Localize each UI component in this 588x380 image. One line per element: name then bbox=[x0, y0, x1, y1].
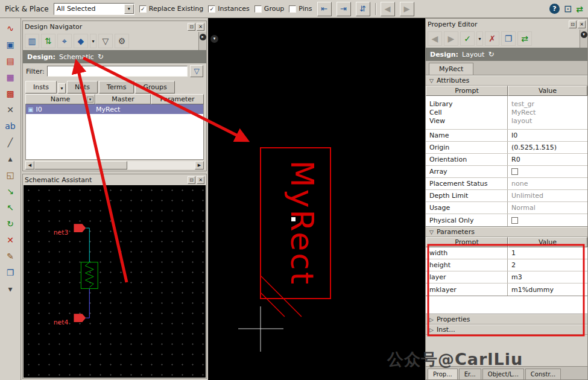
checkbox-box[interactable] bbox=[289, 5, 296, 13]
inst-section-header[interactable]: ▷ Inst... bbox=[426, 325, 587, 335]
delete-icon[interactable]: ✕ bbox=[2, 233, 18, 247]
net4-label[interactable]: net4 bbox=[54, 318, 69, 326]
help-icon[interactable]: ? bbox=[549, 4, 560, 14]
net3-pin-icon[interactable] bbox=[74, 224, 86, 232]
sort-button[interactable]: ⇅ bbox=[41, 34, 55, 48]
scrollbar-thumb[interactable] bbox=[34, 161, 127, 169]
array-checkbox[interactable] bbox=[511, 168, 518, 175]
selection-mode-select[interactable]: All Selected ▾ bbox=[54, 3, 134, 15]
via-icon[interactable]: ▩ bbox=[2, 86, 18, 100]
chevron-down-icon[interactable]: ▾ bbox=[90, 34, 96, 48]
copy-icon[interactable]: ❐ bbox=[2, 265, 18, 279]
mklayer-value[interactable]: m1%dummy bbox=[508, 283, 587, 296]
back-button[interactable]: ◀ bbox=[381, 2, 395, 16]
tab-errors[interactable]: Er... bbox=[459, 369, 481, 379]
scroll-down-icon[interactable]: ▾ bbox=[2, 282, 18, 296]
design-navigator-titlebar[interactable]: Design Navigator ⊡ ✕ bbox=[23, 21, 206, 32]
refresh-icon[interactable]: ↻ bbox=[488, 50, 494, 59]
resistor-symbol[interactable] bbox=[81, 262, 98, 289]
apply-button[interactable]: ✓ bbox=[460, 31, 475, 46]
tab-insts[interactable]: Insts bbox=[25, 81, 57, 93]
text-icon[interactable]: ab bbox=[2, 119, 18, 133]
checkbox-box[interactable]: ✓ bbox=[139, 5, 147, 13]
column-parameter[interactable]: Parameter bbox=[151, 94, 204, 104]
attributes-section-header[interactable]: ▽ Attributes bbox=[426, 75, 587, 86]
probe-button[interactable]: ⌖ bbox=[57, 34, 72, 48]
parameters-section-header[interactable]: ▽ Parameters bbox=[426, 227, 587, 237]
tab-nets[interactable]: Nets bbox=[67, 81, 98, 93]
filter-options-button[interactable]: ▽ bbox=[190, 65, 203, 77]
back-button[interactable]: ◀ bbox=[428, 31, 442, 46]
schematic-assistant-titlebar[interactable]: Schematic Assistant ⊡ ✕ bbox=[23, 174, 206, 185]
schematic-canvas[interactable]: net3 net4 bbox=[24, 185, 206, 378]
sync-icon[interactable]: ⇄ bbox=[576, 4, 583, 14]
scrollbar-track[interactable] bbox=[34, 161, 195, 169]
refresh-icon[interactable]: ↻ bbox=[98, 52, 104, 61]
toolbar-expander[interactable]: ▸ bbox=[198, 32, 206, 50]
chevron-down-icon[interactable]: ▾ bbox=[124, 4, 134, 14]
show-columns-button[interactable]: ▥ bbox=[25, 34, 39, 48]
close-icon[interactable]: ✕ bbox=[197, 23, 204, 31]
tab-object-layer[interactable]: Object/L... bbox=[482, 369, 524, 379]
orientation-value[interactable]: R0 bbox=[508, 154, 587, 165]
highlight-color-button[interactable]: ◆ bbox=[74, 34, 88, 48]
line-icon[interactable]: ╱ bbox=[2, 135, 18, 149]
scroll-right-icon[interactable]: ▶ bbox=[195, 161, 204, 169]
physical-only-checkbox[interactable] bbox=[511, 217, 518, 224]
update-icon[interactable]: ↻ bbox=[2, 217, 18, 230]
settings-button[interactable]: ⚙ bbox=[115, 34, 129, 48]
chevron-down-icon[interactable]: ▾ bbox=[87, 97, 93, 103]
distribute-button[interactable]: ⇵ bbox=[356, 2, 370, 16]
pins-checkbox[interactable]: Pins bbox=[289, 5, 312, 13]
tab-terms[interactable]: Terms bbox=[99, 81, 134, 93]
forward-button[interactable]: ▶ bbox=[444, 31, 458, 46]
wire-icon[interactable]: ∿ bbox=[2, 21, 18, 35]
reload-button[interactable]: ⇄ bbox=[517, 31, 532, 46]
chevron-down-icon[interactable]: ▾ bbox=[476, 31, 483, 46]
insts-dropdown-icon[interactable]: ▾ bbox=[58, 83, 66, 93]
canvas-panel-expander[interactable]: ▾ bbox=[210, 35, 218, 43]
table-row[interactable]: ▣ I0 MyRect bbox=[26, 104, 203, 114]
net3-label[interactable]: net3 bbox=[54, 229, 69, 236]
toolbar-expander[interactable]: ▾ bbox=[580, 30, 587, 48]
name-value[interactable]: I0 bbox=[508, 130, 587, 141]
scroll-left-icon[interactable]: ◀ bbox=[25, 161, 34, 169]
layout-canvas[interactable]: ▾ MyRect bbox=[208, 18, 425, 380]
palette-icon[interactable]: ▦ bbox=[2, 70, 18, 84]
tab-property-editor[interactable]: Prop... bbox=[428, 369, 458, 379]
copy-properties-button[interactable]: ❐ bbox=[501, 31, 516, 46]
close-icon[interactable]: ✕ bbox=[197, 176, 204, 184]
ascend-icon[interactable]: ↖ bbox=[2, 200, 18, 214]
instance-icon[interactable]: ▣ bbox=[2, 37, 18, 51]
window-capture-icon[interactable]: ⊡ bbox=[564, 3, 572, 14]
net4-pin-icon[interactable] bbox=[74, 314, 86, 322]
replace-existing-checkbox[interactable]: ✓ Replace Existing bbox=[139, 5, 204, 13]
align-right-button[interactable]: ⇥ bbox=[337, 2, 351, 16]
column-master[interactable]: Master bbox=[95, 94, 151, 104]
property-editor-titlebar[interactable]: Property Editor ⊡ ✕ bbox=[426, 19, 587, 30]
close-icon[interactable]: ✕ bbox=[578, 21, 586, 28]
width-value[interactable]: 1 bbox=[508, 247, 587, 259]
properties-section-header[interactable]: ▷ Properties bbox=[426, 314, 587, 325]
tab-myrect[interactable]: MyRect bbox=[429, 63, 473, 75]
float-icon[interactable]: ⊡ bbox=[188, 176, 195, 184]
column-name[interactable]: Name ▾ bbox=[25, 94, 95, 104]
checkbox-box[interactable]: ✓ bbox=[208, 5, 215, 13]
origin-value[interactable]: (0.525,1.515) bbox=[508, 142, 587, 153]
revert-button[interactable]: ✗ bbox=[485, 31, 499, 46]
descend-icon[interactable]: ↘ bbox=[2, 184, 18, 198]
instances-checkbox[interactable]: ✓ Instances bbox=[208, 5, 250, 13]
align-left-button[interactable]: ⇤ bbox=[317, 2, 332, 16]
layer-value[interactable]: m3 bbox=[508, 271, 587, 283]
checkbox-box[interactable] bbox=[254, 5, 262, 13]
float-icon[interactable]: ⊡ bbox=[569, 21, 577, 28]
scroll-up-icon[interactable]: ▴ bbox=[2, 151, 18, 165]
height-value[interactable]: 2 bbox=[508, 259, 587, 271]
group-checkbox[interactable]: Group bbox=[254, 5, 285, 13]
horizontal-scrollbar[interactable]: ◀ ▶ bbox=[25, 161, 204, 169]
layout-cell-label[interactable]: MyRect bbox=[284, 160, 320, 286]
filter-button[interactable]: ▽ bbox=[98, 34, 113, 48]
tab-constraints[interactable]: Constr... bbox=[525, 369, 561, 379]
filter-input[interactable] bbox=[47, 66, 188, 77]
forward-button[interactable]: ▶ bbox=[400, 2, 414, 16]
